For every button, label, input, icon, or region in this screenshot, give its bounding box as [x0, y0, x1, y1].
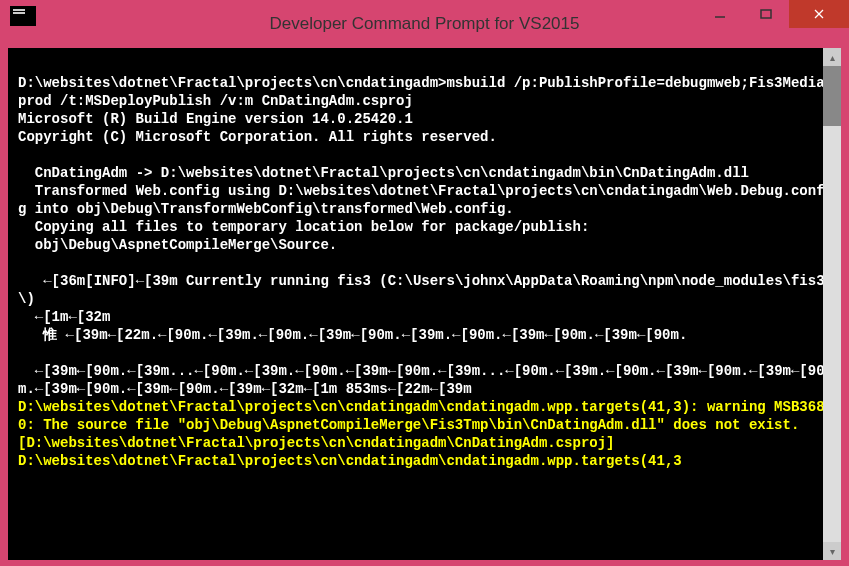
- svg-rect-1: [761, 10, 771, 18]
- close-button[interactable]: [789, 0, 849, 28]
- scroll-down-button[interactable]: ▾: [823, 542, 841, 560]
- maximize-button[interactable]: [743, 0, 789, 28]
- maximize-icon: [760, 8, 772, 20]
- titlebar: Developer Command Prompt for VS2015: [0, 0, 849, 48]
- scroll-thumb[interactable]: [823, 66, 841, 126]
- scroll-up-button[interactable]: ▴: [823, 48, 841, 66]
- close-icon: [813, 8, 825, 20]
- window-title: Developer Command Prompt for VS2015: [270, 14, 580, 34]
- minimize-button[interactable]: [697, 0, 743, 28]
- console-output: D:\websites\dotnet\Fractal\projects\cn\c…: [8, 48, 841, 478]
- app-icon: [10, 6, 36, 26]
- console-area[interactable]: D:\websites\dotnet\Fractal\projects\cn\c…: [8, 48, 841, 560]
- window-controls: [697, 0, 849, 28]
- scrollbar[interactable]: ▴ ▾: [823, 48, 841, 560]
- minimize-icon: [714, 8, 726, 20]
